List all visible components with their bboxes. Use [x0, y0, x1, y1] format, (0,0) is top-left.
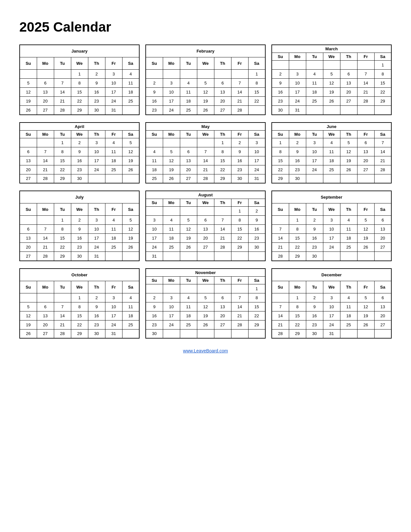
- day-cell: 2: [71, 216, 88, 225]
- day-cell: 4: [122, 293, 139, 302]
- day-cell: 17: [146, 234, 163, 243]
- day-cell: 4: [180, 79, 197, 88]
- day-cell: [105, 252, 122, 261]
- table-row: 16171819202122: [146, 311, 265, 320]
- table-row: 12: [146, 207, 265, 216]
- day-cell: 17: [88, 234, 105, 243]
- day-header-tu: Tu: [54, 281, 71, 293]
- day-cell: 24: [88, 243, 105, 252]
- table-row: 11121314151617: [146, 156, 265, 165]
- day-cell: 18: [105, 234, 122, 243]
- day-cell: 20: [37, 97, 54, 106]
- day-cell: 28: [272, 252, 289, 261]
- day-cell: 2: [71, 138, 88, 147]
- day-header-tu: Tu: [306, 281, 323, 293]
- table-row: 2345678: [272, 70, 391, 79]
- day-cell: 10: [323, 225, 340, 234]
- day-cell: 5: [197, 293, 214, 302]
- table-row: 78910111213: [272, 302, 391, 311]
- day-cell: 2: [306, 293, 323, 302]
- day-cell: [122, 329, 139, 338]
- day-cell: [180, 329, 197, 338]
- day-cell: 28: [54, 106, 71, 115]
- day-header-sa: Sa: [122, 57, 139, 70]
- day-cell: 7: [214, 216, 231, 225]
- day-cell: 27: [37, 329, 54, 338]
- day-cell: 10: [323, 302, 340, 311]
- month-name-july: July: [20, 191, 139, 203]
- day-cell: 30: [231, 174, 248, 183]
- day-header-we: We: [197, 130, 214, 138]
- day-cell: 25: [340, 320, 357, 329]
- day-header-th: Th: [88, 281, 105, 293]
- day-cell: [214, 329, 231, 338]
- table-row: 2930: [272, 174, 391, 183]
- table-row: 16171819202122: [272, 88, 391, 97]
- day-cell: [20, 138, 37, 147]
- day-cell: 11: [163, 225, 180, 234]
- day-cell: 30: [88, 329, 105, 338]
- day-cell: 12: [197, 302, 214, 311]
- table-row: 13141516171819: [20, 156, 139, 165]
- day-cell: 9: [146, 88, 163, 97]
- day-cell: 27: [20, 174, 37, 183]
- day-cell: 15: [248, 88, 265, 97]
- day-cell: 7: [197, 147, 214, 156]
- day-cell: 28: [214, 243, 231, 252]
- day-header-fr: Fr: [357, 130, 374, 138]
- day-cell: 27: [180, 174, 197, 183]
- day-cell: 25: [180, 320, 197, 329]
- table-row: 6789101112: [20, 225, 139, 234]
- day-cell: 28: [231, 320, 248, 329]
- day-header-th: Th: [214, 57, 231, 70]
- footer: www.LeaveBoard.com: [19, 348, 392, 353]
- day-cell: 9: [248, 216, 265, 225]
- day-cell: 12: [122, 225, 139, 234]
- day-header-th: Th: [88, 203, 105, 216]
- day-cell: 17: [248, 156, 265, 165]
- day-cell: [122, 174, 139, 183]
- month-table-march: MarchSuMoTuWeThFrSa123456789101112131415…: [271, 44, 392, 115]
- day-cell: [163, 70, 180, 79]
- day-header-tu: Tu: [306, 130, 323, 138]
- day-cell: 19: [197, 311, 214, 320]
- day-cell: 24: [248, 165, 265, 174]
- day-cell: 19: [122, 156, 139, 165]
- day-cell: 20: [357, 156, 374, 165]
- table-row: 13141516171819: [20, 234, 139, 243]
- day-header-mo: Mo: [289, 53, 306, 61]
- day-cell: 27: [20, 252, 37, 261]
- day-cell: 3: [323, 293, 340, 302]
- day-cell: 5: [357, 216, 374, 225]
- day-cell: 13: [37, 88, 54, 97]
- day-cell: 30: [289, 174, 306, 183]
- day-cell: 6: [20, 225, 37, 234]
- day-cell: 5: [122, 216, 139, 225]
- day-cell: 18: [105, 156, 122, 165]
- day-header-th: Th: [88, 57, 105, 70]
- day-cell: 17: [323, 311, 340, 320]
- month-name-february: February: [146, 45, 265, 57]
- day-header-su: Su: [272, 203, 289, 216]
- day-header-we: We: [71, 57, 88, 70]
- day-cell: 18: [340, 311, 357, 320]
- footer-link[interactable]: www.LeaveBoard.com: [183, 348, 228, 353]
- day-cell: [163, 252, 180, 261]
- day-cell: 3: [163, 79, 180, 88]
- day-cell: 8: [374, 70, 391, 79]
- day-header-mo: Mo: [163, 57, 180, 70]
- day-cell: 3: [323, 216, 340, 225]
- table-row: 567891011: [20, 302, 139, 311]
- day-cell: 14: [37, 156, 54, 165]
- day-cell: [357, 252, 374, 261]
- day-cell: 20: [340, 88, 357, 97]
- day-cell: 24: [105, 320, 122, 329]
- day-cell: 11: [180, 88, 197, 97]
- month-table-october: OctoberSuMoTuWeThFrSa1234567891011121314…: [19, 268, 140, 339]
- day-cell: 14: [272, 311, 289, 320]
- day-cell: [146, 207, 163, 216]
- day-cell: 21: [214, 234, 231, 243]
- table-row: 30: [146, 329, 265, 338]
- day-cell: 14: [231, 302, 248, 311]
- day-header-mo: Mo: [289, 203, 306, 216]
